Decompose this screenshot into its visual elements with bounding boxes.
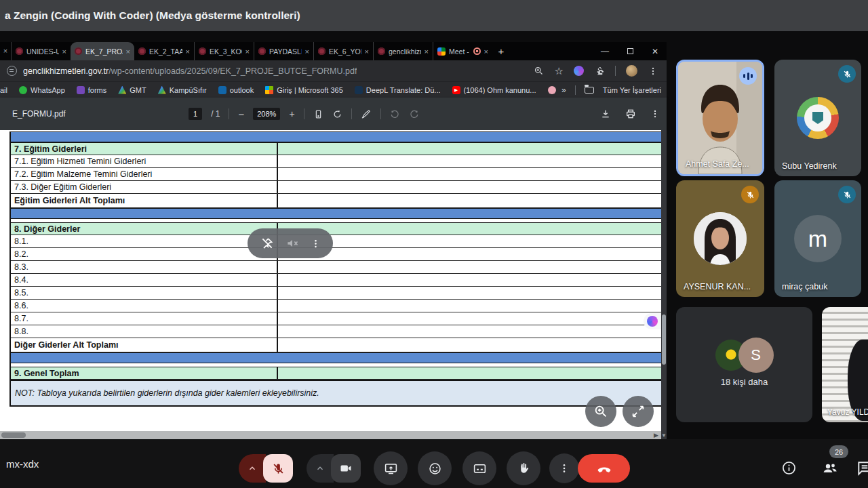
unpin-icon[interactable] bbox=[260, 237, 274, 250]
row-label-cell: 9. Genel Toplam bbox=[11, 367, 278, 379]
close-icon[interactable]: × bbox=[0, 42, 11, 60]
browser-tab[interactable]: EK_2_TAAHH× bbox=[134, 42, 194, 60]
participant-tile-aysenur[interactable]: AYSENUR KAN... bbox=[676, 180, 764, 297]
overlay-more-icon[interactable] bbox=[311, 239, 321, 249]
present-screen-button[interactable] bbox=[374, 451, 408, 485]
expand-fullscreen-button[interactable] bbox=[623, 396, 654, 427]
participant-tile-mirac[interactable]: m miraç çabuk bbox=[774, 180, 861, 297]
mic-muted-button[interactable] bbox=[263, 454, 293, 483]
tab-close-icon[interactable]: × bbox=[484, 47, 488, 56]
bookmark-item[interactable]: forms bbox=[77, 86, 107, 94]
minimize-icon[interactable]: — bbox=[601, 47, 609, 56]
horizontal-scrollbar[interactable]: ▶ bbox=[0, 431, 661, 439]
tab-title: EK_7_PROJE bbox=[85, 47, 123, 56]
bookmark-item[interactable]: ail bbox=[0, 86, 7, 94]
fit-page-icon[interactable] bbox=[313, 109, 323, 119]
browser-tab[interactable]: Meet - k× bbox=[433, 42, 492, 60]
bookmark-item[interactable]: Giriş | Microsoft 365 bbox=[265, 86, 343, 94]
pdf-divider bbox=[229, 108, 229, 119]
row-label: 8.4. bbox=[14, 275, 28, 285]
bookmark-star-icon[interactable]: ☆ bbox=[555, 66, 564, 76]
participant-tile-subu[interactable]: Subu Yedirenk bbox=[774, 60, 861, 176]
hscroll-arrow-icon[interactable]: ▶ bbox=[654, 432, 658, 439]
participant-tile-yavuz[interactable]: Yavuz YILD... bbox=[822, 307, 868, 422]
bookmark-item[interactable]: outlook bbox=[218, 86, 254, 94]
raise-hand-button[interactable] bbox=[507, 451, 540, 485]
browser-tab[interactable]: EK_3_KOORD× bbox=[194, 42, 254, 60]
chat-panel-icon[interactable] bbox=[856, 460, 868, 477]
tab-strip-tabs: UNIDES-UYG×EK_7_PROJE×EK_2_TAAHH×EK_3_KO… bbox=[11, 42, 492, 60]
audio-muted-icon[interactable] bbox=[285, 237, 299, 250]
mic-options-chevron[interactable] bbox=[239, 454, 266, 483]
tab-close-icon[interactable]: × bbox=[62, 47, 66, 56]
close-window-icon[interactable]: ✕ bbox=[652, 47, 658, 56]
page-number-input[interactable]: 1 bbox=[189, 108, 202, 120]
participant-tile-ahmet[interactable]: Ahmet Safa Ze... bbox=[676, 60, 764, 176]
bookmark-item[interactable]: KampüSıfır bbox=[158, 86, 207, 94]
zoom-level-value[interactable]: 208% bbox=[253, 108, 280, 120]
profile-avatar[interactable] bbox=[626, 65, 637, 77]
bookmark-item[interactable]: GMT bbox=[118, 86, 146, 94]
browser-tab[interactable]: EK_6_YONET× bbox=[313, 42, 373, 60]
bookmark-label: GMT bbox=[130, 86, 146, 94]
mic-muted-icon bbox=[838, 65, 856, 83]
pdf-toolbar-right bbox=[600, 108, 660, 119]
tab-close-icon[interactable]: × bbox=[305, 47, 309, 56]
vscroll-arrow-icon[interactable]: ▼ bbox=[661, 432, 667, 439]
browser-tab[interactable]: genclikhizme× bbox=[373, 42, 433, 60]
magnify-button[interactable] bbox=[585, 396, 616, 427]
page-info-icon[interactable] bbox=[7, 66, 17, 76]
vscroll-thumb[interactable] bbox=[662, 314, 666, 365]
all-bookmarks-label[interactable]: Tüm Yer İşaretleri bbox=[603, 86, 661, 94]
bookmark-item[interactable]: DeepL Translate: Dü... bbox=[355, 86, 441, 94]
bookmark-item[interactable]: ▶(1064) Ohm kanunu... bbox=[452, 86, 536, 94]
row-value-cell bbox=[278, 312, 661, 325]
vertical-scrollbar[interactable]: ▼ bbox=[661, 130, 667, 439]
browser-tab[interactable]: EK_7_PROJE× bbox=[71, 42, 134, 60]
more-options-button[interactable] bbox=[549, 453, 579, 483]
zoom-out-button[interactable]: − bbox=[238, 108, 244, 120]
camera-button[interactable] bbox=[331, 454, 361, 483]
mic-control-group bbox=[239, 454, 293, 483]
camera-options-chevron[interactable] bbox=[307, 454, 334, 483]
tab-close-icon[interactable]: × bbox=[425, 47, 429, 56]
rotate-icon[interactable] bbox=[332, 109, 342, 119]
participants-overflow-tile[interactable]: S 18 kişi daha bbox=[676, 307, 812, 422]
bookmark-item[interactable]: WhatsApp bbox=[19, 86, 65, 94]
hscroll-thumb[interactable] bbox=[1, 432, 26, 438]
tab-close-icon[interactable]: × bbox=[245, 47, 250, 56]
pdf-favicon bbox=[199, 47, 206, 55]
meeting-code: mx-xdx bbox=[6, 439, 39, 488]
tab-close-icon[interactable]: × bbox=[186, 47, 190, 56]
extensions-puzzle-icon[interactable] bbox=[594, 66, 605, 77]
row-label-cell: 7. Eğitim Giderleri bbox=[11, 143, 278, 155]
browser-extension-fab[interactable] bbox=[644, 313, 661, 329]
chrome-menu-icon[interactable] bbox=[648, 66, 658, 77]
zoom-indicator-icon[interactable] bbox=[534, 66, 545, 77]
browser-tab[interactable]: PAYDASLIK-F× bbox=[254, 42, 313, 60]
participant-name: Subu Yedirenk bbox=[782, 161, 837, 171]
row-label-cell: 8.3. bbox=[11, 261, 278, 273]
captions-button[interactable] bbox=[462, 451, 496, 485]
meeting-details-icon[interactable] bbox=[781, 460, 797, 476]
browser-tab[interactable]: UNIDES-UYG× bbox=[11, 42, 71, 60]
participants-panel-icon[interactable] bbox=[822, 460, 838, 476]
maximize-icon[interactable] bbox=[627, 48, 633, 54]
url-text[interactable]: genclikhizmetleri.gov.tr/wp-content/uplo… bbox=[23, 66, 357, 76]
print-icon[interactable] bbox=[625, 108, 636, 119]
annotate-pen-icon[interactable] bbox=[361, 108, 372, 119]
pdf-toolbar-center: 1 / 1 − 208% + bbox=[189, 108, 419, 120]
row-label: 8.2. bbox=[14, 249, 28, 259]
bookmark-label: WhatsApp bbox=[31, 86, 65, 94]
reactions-button[interactable] bbox=[418, 451, 452, 485]
end-call-button[interactable] bbox=[578, 454, 630, 483]
new-tab-button[interactable]: + bbox=[492, 42, 510, 60]
tab-close-icon[interactable]: × bbox=[126, 47, 130, 56]
pdf-menu-icon[interactable] bbox=[650, 109, 660, 119]
download-icon[interactable] bbox=[600, 108, 611, 119]
tab-close-icon[interactable]: × bbox=[365, 47, 369, 56]
extension-icon[interactable] bbox=[574, 66, 584, 76]
zoom-in-button[interactable]: + bbox=[289, 108, 294, 119]
bookmarks-overflow-icon[interactable]: » bbox=[561, 85, 566, 95]
tab-title: genclikhizme bbox=[389, 47, 421, 56]
